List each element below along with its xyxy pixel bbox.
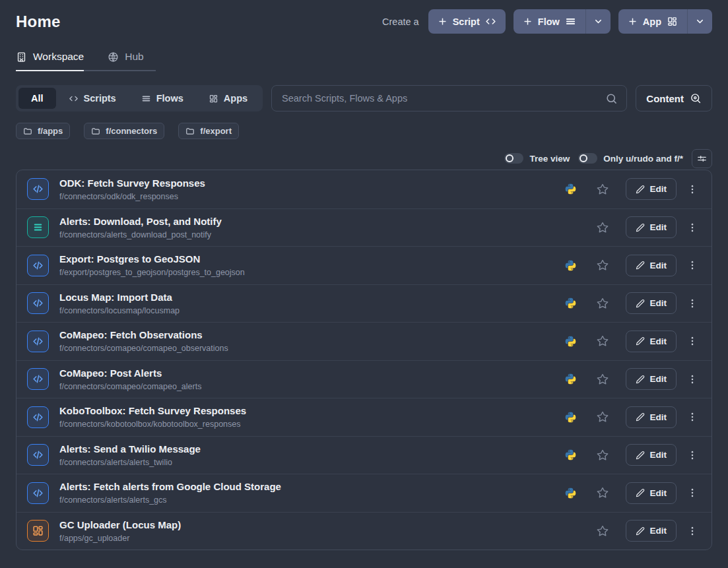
folder-chip-export[interactable]: f/export [178,123,239,139]
edit-button[interactable]: Edit [626,520,677,542]
list-item[interactable]: CoMapeo: Fetch Observations f/connectors… [17,322,711,360]
filter-settings-button[interactable] [692,149,712,168]
toggle-knob [579,154,587,162]
create-flow-caret-button[interactable] [585,9,611,34]
kebab-menu-button[interactable] [684,334,701,348]
create-flow-label: Flow [538,16,560,27]
kebab-menu-button[interactable] [684,373,701,386]
folder-icon [23,127,32,136]
search-input[interactable] [281,92,605,104]
kebab-menu-button[interactable] [684,486,701,499]
kebab-menu-button[interactable] [684,221,701,234]
edit-button[interactable]: Edit [626,292,677,314]
create-label: Create a [382,16,419,27]
item-path: f/connectors/kobotoolbox/kobotoolbox_res… [59,420,246,429]
grid-icon [209,94,218,104]
create-script-split: Script [428,9,506,34]
list-item[interactable]: Alerts: Fetch alerts from Google Cloud S… [17,474,711,512]
pencil-icon [636,299,645,308]
python-icon [565,336,576,347]
folder-chip-connectors[interactable]: f/connectors [84,123,164,139]
star-button[interactable] [596,221,609,234]
edit-button[interactable]: Edit [626,444,677,466]
filter-scripts[interactable]: Scripts [56,88,129,109]
tab-workspace[interactable]: Workspace [16,51,84,71]
item-path: f/export/postgres_to_geojson/postgres_to… [59,268,245,277]
tab-hub-label: Hub [125,51,143,63]
pencil-icon [636,223,645,232]
item-text: Export: Postgres to GeoJSON f/export/pos… [59,253,245,277]
row-actions: Edit [565,368,702,390]
filter-apps[interactable]: Apps [196,88,260,109]
item-title: KoboToolbox: Fetch Survey Responses [59,405,246,418]
edit-button[interactable]: Edit [626,178,677,200]
star-button[interactable] [596,486,609,499]
item-text: Alerts: Fetch alerts from Google Cloud S… [59,481,281,505]
content-search-button[interactable]: Content [636,85,712,111]
star-button[interactable] [596,259,609,272]
toggle-track [578,153,597,164]
content-search-icon [690,92,702,104]
edit-button[interactable]: Edit [626,368,677,390]
menu-icon [141,94,151,104]
script-icon [27,331,49,352]
plus-icon [523,16,533,26]
create-script-button[interactable]: Script [428,9,506,34]
item-title: CoMapeo: Fetch Observations [59,329,228,342]
list-item[interactable]: KoboToolbox: Fetch Survey Responses f/co… [17,398,711,436]
page-title: Home [16,13,60,31]
create-app-caret-button[interactable] [687,9,712,34]
kebab-menu-button[interactable] [684,410,701,424]
list-item[interactable]: GC Uploader (Locus Map) f/apps/gc_upload… [17,512,711,550]
list-item[interactable]: ODK: Fetch Survey Responses f/connectors… [17,170,711,208]
star-button[interactable] [596,373,609,386]
item-title: Alerts: Send a Twilio Message [59,443,201,456]
tree-view-toggle[interactable]: Tree view [504,153,570,164]
item-text: Alerts: Download, Post, and Notify f/con… [59,216,222,239]
star-button[interactable] [596,297,609,310]
kebab-menu-button[interactable] [684,297,701,310]
create-script-label: Script [453,16,480,27]
list-item[interactable]: Locus Map: Import Data f/connectors/locu… [17,284,711,323]
item-title: Export: Postgres to GeoJSON [59,253,245,266]
folder-chip-label: f/connectors [106,126,157,136]
kebab-menu-button[interactable] [684,449,701,462]
edit-button[interactable]: Edit [626,331,677,352]
tree-view-label: Tree view [529,154,570,164]
star-button[interactable] [596,449,609,462]
tab-hub[interactable]: Hub [108,51,143,71]
home-page: Home Create a Script [0,0,728,550]
list-item[interactable]: Alerts: Download, Post, and Notify f/con… [17,208,711,247]
row-actions: Edit [565,331,702,352]
python-icon [565,260,576,271]
kebab-menu-button[interactable] [684,259,701,272]
pencil-icon [636,488,645,497]
star-button[interactable] [596,183,609,196]
list-item[interactable]: Alerts: Send a Twilio Message f/connecto… [17,436,711,474]
edit-button[interactable]: Edit [626,255,677,276]
only-owner-toggle[interactable]: Only u/rudo and f/* [578,153,683,164]
list-item[interactable]: CoMapeo: Post Alerts f/connectors/comape… [17,360,711,398]
edit-button[interactable]: Edit [626,406,677,428]
edit-button[interactable]: Edit [626,482,677,504]
list-item[interactable]: Export: Postgres to GeoJSON f/export/pos… [17,246,711,284]
pencil-icon [636,526,645,536]
filter-flows[interactable]: Flows [129,88,196,109]
filter-all[interactable]: All [18,88,56,109]
type-filter-group: All Scripts Flows Apps [16,85,263,111]
folder-chip-apps[interactable]: f/apps [16,123,70,139]
folder-icon [91,127,100,136]
item-text: GC Uploader (Locus Map) f/apps/gc_upload… [59,519,181,543]
create-app-button[interactable]: App [618,9,687,34]
star-button[interactable] [596,524,609,538]
python-icon [565,298,576,309]
folder-chip-label: f/apps [38,126,63,136]
item-path: f/connectors/comapeo/comapeo_observation… [59,344,228,353]
star-button[interactable] [596,334,609,348]
create-flow-button[interactable]: Flow [513,9,585,34]
item-title: ODK: Fetch Survey Responses [59,177,205,190]
star-button[interactable] [596,410,609,424]
kebab-menu-button[interactable] [684,183,701,196]
edit-button[interactable]: Edit [626,216,677,238]
kebab-menu-button[interactable] [684,524,701,538]
